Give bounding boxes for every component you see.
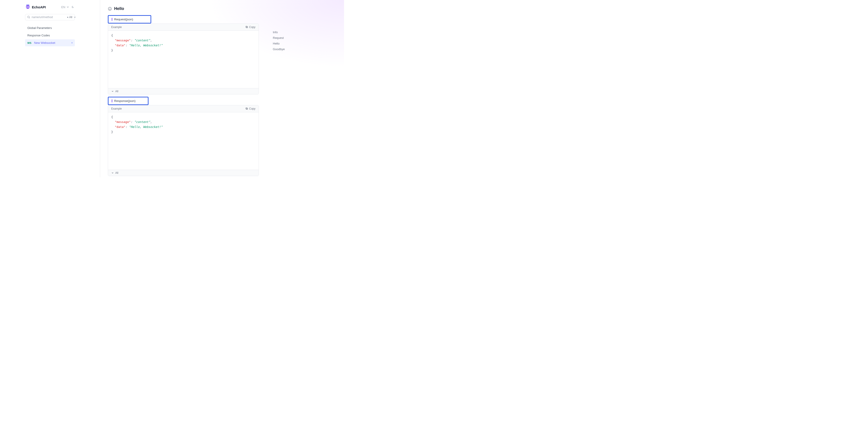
chevron-down-icon <box>111 90 114 93</box>
search-input[interactable] <box>32 15 67 19</box>
footer-label: All <box>115 171 118 174</box>
brand-name: EchoAPI <box>32 5 46 9</box>
request-section-title: Request(json) <box>108 15 151 24</box>
logo-row: EchoAPI EN <box>25 4 75 9</box>
example-label: Example <box>111 107 122 110</box>
response-code-block[interactable]: { "message": "content", "data": "Hello, … <box>108 112 258 170</box>
request-code-block[interactable]: { "message": "content", "data": "Hello, … <box>108 31 258 88</box>
section-title-text: Response(json) <box>114 99 135 103</box>
copy-label: Copy <box>249 107 255 110</box>
chevron-down-icon <box>66 5 69 8</box>
toc-item-info[interactable]: Info <box>273 29 313 35</box>
svg-point-3 <box>28 7 29 7</box>
svg-point-5 <box>108 7 112 10</box>
svg-rect-10 <box>246 108 248 109</box>
brand-logo[interactable]: EchoAPI <box>25 4 46 9</box>
search-icon <box>27 15 30 19</box>
toc-item-request[interactable]: Request <box>273 35 313 41</box>
nav-item-label: New Websocket <box>34 41 55 44</box>
smiley-icon <box>108 7 112 11</box>
main-content: Hello Request(json) Example Copy { "mess… <box>100 0 268 177</box>
right-toc: Info Request Hello Goodbye <box>268 0 313 177</box>
svg-rect-11 <box>246 108 247 109</box>
copy-icon <box>246 107 248 110</box>
section-title-text: Request(json) <box>114 18 133 21</box>
chevron-down-icon <box>73 15 76 19</box>
example-label: Example <box>111 26 122 29</box>
filter-dot-icon <box>67 17 68 18</box>
copy-button[interactable]: Copy <box>246 107 255 110</box>
nav-item-label: Response Codes <box>27 34 50 37</box>
svg-point-7 <box>110 8 111 8</box>
copy-button[interactable]: Copy <box>246 26 255 29</box>
search-box[interactable]: All <box>25 14 75 20</box>
status-dot-icon <box>71 42 72 43</box>
ws-badge: WS <box>27 41 31 44</box>
response-example-panel: Example Copy { "message": "content", "da… <box>108 105 259 176</box>
toc-item-goodbye[interactable]: Goodbye <box>273 46 313 52</box>
svg-point-6 <box>109 8 110 8</box>
sidebar: EchoAPI EN <box>0 0 100 177</box>
nav-item-global-parameters[interactable]: Global Parameters <box>25 24 75 31</box>
search-filter[interactable]: All <box>67 15 78 19</box>
example-header: Example Copy <box>108 24 258 31</box>
section-bar-icon <box>112 18 112 21</box>
section-bar-icon <box>112 99 112 102</box>
example-footer-toggle[interactable]: All <box>108 88 258 94</box>
page-title: Hello <box>114 6 124 11</box>
filter-label: All <box>69 15 72 19</box>
language-selector[interactable]: EN <box>61 5 69 9</box>
svg-rect-8 <box>246 27 248 28</box>
svg-point-2 <box>27 7 27 7</box>
svg-point-4 <box>28 16 29 18</box>
copy-label: Copy <box>249 26 255 29</box>
nav-item-new-websocket[interactable]: WS New Websocket <box>25 39 75 46</box>
nav-list: Global Parameters Response Codes WS New … <box>25 24 75 46</box>
nav-item-label: Global Parameters <box>27 26 52 30</box>
copy-icon <box>246 26 248 29</box>
language-label: EN <box>61 5 65 9</box>
toc-item-hello[interactable]: Hello <box>273 41 313 46</box>
nav-item-response-codes[interactable]: Response Codes <box>25 32 75 39</box>
example-footer-toggle[interactable]: All <box>108 170 258 176</box>
example-header: Example Copy <box>108 105 258 112</box>
svg-rect-9 <box>246 26 247 28</box>
page-heading: Hello <box>108 6 259 11</box>
response-section-title: Response(json) <box>108 97 149 105</box>
chevron-down-icon <box>111 171 114 174</box>
owl-logo-icon <box>25 4 31 9</box>
request-example-panel: Example Copy { "message": "content", "da… <box>108 24 259 94</box>
theme-toggle-icon[interactable] <box>72 5 75 8</box>
footer-label: All <box>115 90 118 93</box>
